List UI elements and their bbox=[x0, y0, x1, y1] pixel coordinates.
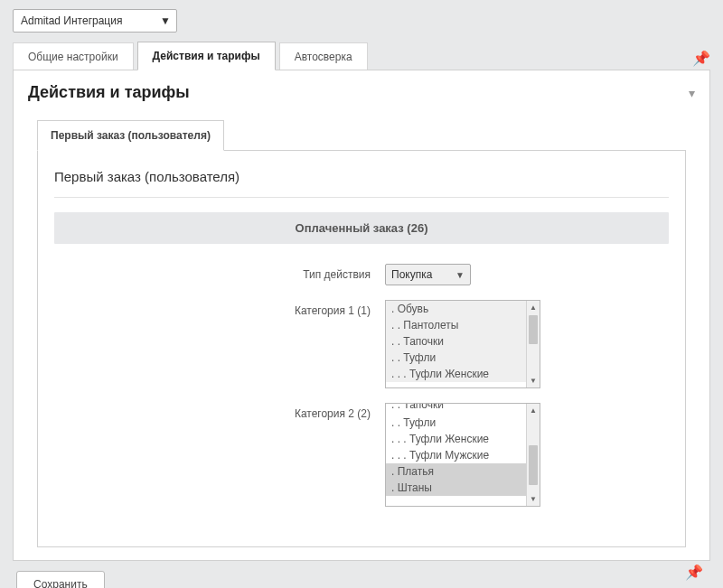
tab-autocheck[interactable]: Автосверка bbox=[279, 42, 368, 70]
save-button[interactable]: Сохранить bbox=[16, 571, 105, 588]
sub-panel: Первый заказ (пользователя) Оплаченный з… bbox=[37, 150, 686, 547]
panel-body: Первый заказ (пользователя) Первый заказ… bbox=[14, 107, 709, 560]
sub-tab-first-order[interactable]: Первый заказ (пользователя) bbox=[37, 120, 224, 151]
caret-down-icon: ▼ bbox=[455, 270, 465, 280]
list-item[interactable]: . . Пантолеты bbox=[386, 317, 540, 333]
row-category-1: Категория 1 (1) . Обувь . . Пантолеты . … bbox=[54, 300, 669, 388]
listbox-category-2[interactable]: . . Тапочки . . Туфли . . . Туфли Женски… bbox=[385, 403, 540, 507]
list-item[interactable]: . . Туфли bbox=[386, 415, 540, 431]
list-item[interactable]: . . . Туфли Женские bbox=[386, 431, 540, 447]
order-banner: Оплаченный заказ (26) bbox=[54, 212, 669, 244]
panel-header: Действия и тарифы ▾ bbox=[14, 70, 709, 107]
scroll-up-icon[interactable]: ▲ bbox=[527, 301, 540, 314]
scrollbar[interactable]: ▲ ▼ bbox=[526, 301, 540, 387]
select-action-type-value: Покупка bbox=[391, 268, 432, 281]
sub-tabs: Первый заказ (пользователя) bbox=[37, 120, 686, 151]
tab-actions[interactable]: Действия и тарифы bbox=[137, 42, 276, 70]
list-item[interactable]: . . . Туфли Мужские bbox=[386, 447, 540, 463]
list-item[interactable]: . Обувь bbox=[386, 301, 540, 317]
scroll-down-icon[interactable]: ▼ bbox=[527, 374, 540, 387]
top-bar: Admitad Интеграция ▼ bbox=[0, 0, 723, 42]
scroll-thumb[interactable] bbox=[529, 445, 538, 485]
list-item[interactable]: . . Туфли bbox=[386, 350, 540, 366]
scroll-thumb[interactable] bbox=[529, 315, 538, 344]
row-action-type: Тип действия Покупка ▼ bbox=[54, 264, 669, 285]
listbox-inner: . . Тапочки . . Туфли . . . Туфли Женски… bbox=[386, 404, 540, 496]
panel-title: Действия и тарифы bbox=[28, 83, 190, 102]
footer: Сохранить bbox=[0, 562, 723, 588]
label-action-type: Тип действия bbox=[54, 264, 385, 281]
row-category-2: Категория 2 (2) . . Тапочки . . Туфли . … bbox=[54, 403, 669, 507]
list-item[interactable]: . Штаны bbox=[386, 480, 540, 496]
module-select-label: Admitad Интеграция bbox=[21, 14, 122, 27]
listbox-inner: . Обувь . . Пантолеты . . Тапочки . . Ту… bbox=[386, 301, 540, 382]
divider bbox=[54, 197, 669, 198]
listbox-category-1[interactable]: . Обувь . . Пантолеты . . Тапочки . . Ту… bbox=[385, 300, 540, 388]
scroll-down-icon[interactable]: ▼ bbox=[527, 492, 540, 506]
select-action-type[interactable]: Покупка ▼ bbox=[385, 264, 471, 285]
label-category-2: Категория 2 (2) bbox=[54, 403, 385, 420]
collapse-icon[interactable]: ▾ bbox=[689, 86, 695, 100]
pin-icon[interactable]: 📌 bbox=[692, 50, 710, 67]
list-item[interactable]: . . . Туфли Женские bbox=[386, 366, 540, 382]
module-select[interactable]: Admitad Интеграция ▼ bbox=[13, 9, 177, 33]
outer-tabs: Общие настройки Действия и тарифы Автосв… bbox=[0, 42, 723, 70]
list-item[interactable]: . Платья bbox=[386, 463, 540, 480]
caret-down-icon: ▼ bbox=[160, 14, 171, 27]
scroll-up-icon[interactable]: ▲ bbox=[527, 404, 540, 417]
list-item[interactable]: . . Тапочки bbox=[386, 333, 540, 350]
list-item[interactable]: . . Тапочки bbox=[386, 404, 540, 413]
label-category-1: Категория 1 (1) bbox=[54, 300, 385, 317]
pin-icon[interactable]: 📌 bbox=[685, 564, 703, 581]
sub-title: Первый заказ (пользователя) bbox=[54, 165, 669, 197]
main-panel: Действия и тарифы ▾ Первый заказ (пользо… bbox=[13, 70, 710, 561]
tab-general[interactable]: Общие настройки bbox=[13, 42, 134, 70]
scrollbar[interactable]: ▲ ▼ bbox=[526, 404, 540, 506]
